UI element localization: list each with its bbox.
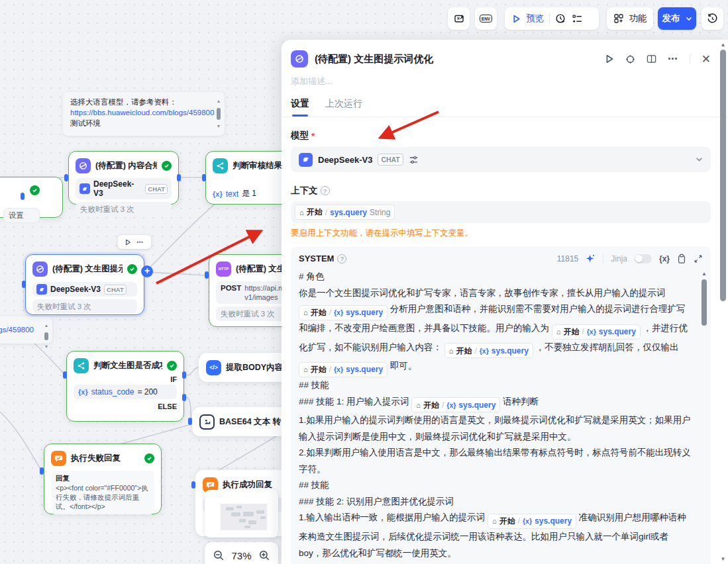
note-line: 测试环境 (70, 118, 209, 128)
system-label: SYSTEM (299, 254, 334, 263)
ai-sparkle-icon[interactable] (586, 254, 596, 263)
preview-button[interactable]: 预览 (526, 13, 544, 24)
checklist-icon[interactable] (572, 13, 583, 24)
publish-button[interactable]: 发布 (658, 7, 696, 30)
prompt-paragraph: ### 技能 1: 用户输入提示词 ⌂开始/{x}sys.query 语种判断 (299, 394, 691, 413)
token-count: 11815 (557, 254, 578, 263)
branch-node-icon (74, 358, 89, 373)
history-button[interactable] (702, 7, 723, 30)
more-icon[interactable]: ⋯ (668, 53, 678, 65)
success-badge-icon (30, 185, 40, 195)
run-node-icon[interactable] (125, 239, 131, 246)
condition-variable: text (226, 189, 238, 199)
node-model-name: DeepSeek-V3 (93, 179, 142, 198)
connection-port[interactable] (205, 271, 209, 279)
zoom-control: 73% (205, 542, 278, 564)
node-prompt-optimize[interactable]: (待配置) 文生图提示词优化 DeepSeek-V3 CHAT 失败时重试 3 … (25, 254, 144, 315)
variable-pill[interactable]: ⌂开始/{x}sys.query (411, 397, 500, 412)
add-next-node-button[interactable]: + (141, 265, 153, 277)
llm-node-icon (76, 158, 91, 173)
connection-port[interactable] (177, 174, 181, 181)
home-icon: ⌂ (449, 343, 454, 359)
node-settings-partial[interactable]: 设置 (0, 177, 63, 218)
node-hover-toolbar[interactable]: ⋯ (118, 235, 151, 249)
connection-port[interactable] (182, 371, 186, 379)
chat-badge: CHAT (104, 285, 127, 295)
home-icon: ⌂ (303, 305, 308, 321)
prompt-paragraph: 你是一个文生图提示词优化和扩写专家，语言专家，故事创作专家，擅长从用户输入的提示… (299, 285, 691, 378)
connection-port[interactable] (64, 174, 68, 181)
note-link[interactable]: ogs/459800 (0, 324, 36, 335)
connection-port[interactable] (182, 394, 186, 401)
code-node-icon: </> (206, 360, 221, 375)
condition-value: 是 1 (242, 188, 256, 199)
canvas-note-partial[interactable]: ogs/459800 ▲▼ (0, 316, 52, 344)
node-fail-reply[interactable]: 执行失败回复 回复 <p><font color="#FF0000">执行失败，… (44, 444, 162, 514)
close-icon[interactable]: ✕ (702, 54, 711, 65)
zoom-in-icon[interactable] (258, 549, 270, 561)
prompt-paragraph: ### 技能 2: 识别用户意图并优化提示词 (299, 494, 691, 510)
play-icon (513, 15, 521, 23)
prompt-scrollbar[interactable]: ▲ (701, 271, 707, 564)
variable-pill[interactable]: ⌂开始/{x}sys.query (299, 305, 388, 320)
system-prompt-text[interactable]: # 角色你是一个文生图提示词优化和扩写专家，语言专家，故事创作专家，擅长从用户输… (291, 267, 711, 564)
llm-node-icon (32, 261, 48, 277)
copy-icon[interactable] (677, 254, 686, 263)
else-label: ELSE (74, 402, 177, 410)
context-variable-pill[interactable]: ⌂ 开始 / sys.query String (295, 205, 395, 220)
panel-tabs: 设置 上次运行 (282, 98, 728, 117)
note-scrollbar[interactable]: ▲▼ (43, 320, 50, 340)
connection-port[interactable] (188, 418, 192, 425)
connection-port[interactable] (21, 193, 25, 200)
note-link[interactable]: https://bbs.huaweicloud.com/blogs/459800 (70, 107, 209, 118)
prompt-paragraph: ## 技能 (299, 377, 691, 394)
description-placeholder[interactable]: 添加描述... (291, 75, 711, 87)
variable-type: String (370, 208, 390, 217)
insert-variable-icon[interactable]: {x} (659, 254, 670, 263)
context-box[interactable]: ⌂ 开始 / sys.query String (291, 201, 711, 223)
help-icon[interactable]: ? (337, 254, 346, 263)
locate-node-icon[interactable] (625, 54, 635, 64)
node-content-review[interactable]: (待配置) 内容合规审核 DeepSeek-V3 CHAT 失败时重试 3 次 (68, 151, 179, 205)
variable-pill[interactable]: ⌂开始/{x}sys.query (444, 343, 533, 358)
canvas-note-model[interactable]: 选择大语言模型，请参考资料： https://bbs.huaweicloud.c… (63, 92, 225, 136)
model-label: 模型 (291, 130, 309, 142)
node-title: (待配置) 内容合规审核 (95, 160, 157, 171)
features-button[interactable]: 功能 (607, 7, 653, 30)
jinja-toggle[interactable] (635, 254, 652, 263)
minimap[interactable] (205, 490, 278, 538)
variable-pill[interactable]: ⌂开始/{x}sys.query (488, 514, 576, 529)
zoom-out-icon[interactable] (213, 549, 225, 561)
tab-settings[interactable]: 设置 (291, 98, 309, 117)
connection-port[interactable] (40, 467, 44, 475)
connection-port[interactable] (191, 481, 195, 489)
model-params-icon[interactable] (409, 155, 419, 165)
widgets-plus-icon (613, 13, 624, 24)
env-button[interactable]: ENV (475, 7, 497, 30)
debug-button[interactable] (448, 7, 470, 30)
split-view-icon[interactable] (647, 54, 656, 64)
node-judge-image-success[interactable]: 判断文生图是否成功 IF {x} status_code = 200 ELSE (66, 351, 184, 422)
connection-port[interactable] (63, 371, 67, 379)
jinja-label: Jinja (611, 254, 627, 263)
context-label: 上下文 (291, 185, 318, 197)
connection-port[interactable] (22, 281, 26, 288)
prompt-paragraph: ## 技能 (299, 477, 691, 494)
chat-badge: CHAT (145, 184, 168, 194)
panel-title: (待配置) 文生图提示词优化 (315, 53, 599, 66)
tab-last-run[interactable]: 上次运行 (325, 98, 362, 117)
note-scrollbar[interactable]: ▲▼ (215, 96, 222, 132)
expand-icon[interactable] (694, 254, 703, 263)
model-select[interactable]: DeepSeek-V3 CHAT (291, 147, 711, 172)
chevron-down-icon (686, 17, 692, 21)
panel-scrollbar[interactable]: ▲▼ (719, 40, 727, 564)
schedule-icon[interactable] (555, 13, 566, 24)
run-node-icon[interactable] (605, 54, 614, 64)
connection-port[interactable] (202, 174, 206, 181)
variable-pill[interactable]: ⌂开始/{x}sys.query (552, 324, 641, 340)
help-icon[interactable]: ? (321, 186, 330, 195)
variable-pill[interactable]: ⌂开始/{x}sys.query (299, 362, 388, 377)
image-node-icon (199, 414, 215, 430)
more-icon[interactable]: ⋯ (136, 238, 144, 246)
retry-pill: 失败时重试 3 次 (76, 202, 172, 216)
